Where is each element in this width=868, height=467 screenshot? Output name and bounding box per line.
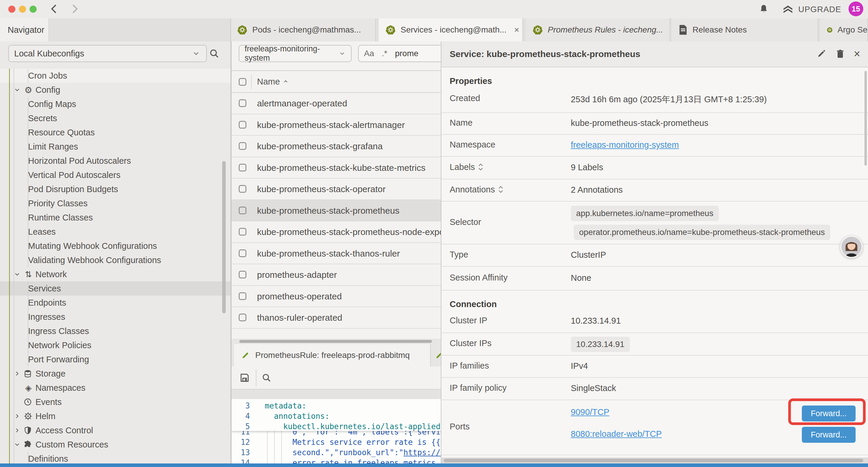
row-checkbox[interactable] xyxy=(239,121,246,128)
panel-horizontal-scrollbar[interactable] xyxy=(441,458,868,463)
sidebar-scrollbar[interactable] xyxy=(222,161,226,313)
tab-pods-icecheng-mathmas-[interactable]: Pods - icecheng@mathmas... xyxy=(230,18,376,41)
table-row[interactable]: kube-prometheus-stack-thanos-ruler xyxy=(231,243,441,265)
kubeconfig-selector[interactable]: Local Kubeconfigs xyxy=(8,45,207,62)
sidebar-item-storage[interactable]: Storage xyxy=(0,367,230,381)
sidebar-item-leases[interactable]: Leases xyxy=(0,225,230,239)
sidebar-item-namespaces[interactable]: ◈Namespaces xyxy=(0,381,230,395)
sidebar-item-access-control[interactable]: Access Control xyxy=(0,423,230,437)
sidebar-item-custom-resources[interactable]: Custom Resources xyxy=(0,437,230,451)
table-row[interactable]: kube-prometheus-stack-grafana xyxy=(231,136,441,157)
row-checkbox[interactable] xyxy=(239,292,246,300)
chevron-right-icon[interactable] xyxy=(13,413,21,420)
row-checkbox[interactable] xyxy=(239,228,246,236)
regex-toggle[interactable]: .* xyxy=(382,49,387,58)
edit-pencil-icon[interactable] xyxy=(816,49,827,59)
forward-button[interactable]: Forward... xyxy=(802,427,856,443)
table-row[interactable]: kube-prometheus-stack-alertmanager xyxy=(231,114,441,136)
back-icon[interactable] xyxy=(49,3,60,15)
table-row[interactable]: prometheus-adapter xyxy=(231,264,441,286)
sidebar-item-secrets[interactable]: Secrets xyxy=(0,111,230,125)
close-window-button[interactable] xyxy=(8,6,16,13)
sidebar-item-network[interactable]: ⇅Network xyxy=(0,267,230,282)
table-row[interactable]: kube-prometheus-stack-kube-state-metrics xyxy=(231,157,441,179)
forward-icon[interactable] xyxy=(68,3,80,15)
sidebar-item-pod-disruption-budgets[interactable]: Pod Disruption Budgets xyxy=(0,182,230,196)
sidebar-item-services[interactable]: Services xyxy=(0,282,230,296)
close-icon[interactable]: × xyxy=(854,49,860,59)
user-avatar[interactable] xyxy=(840,236,863,258)
sidebar-item-ingress-classes[interactable]: Ingress Classes xyxy=(0,324,230,338)
navigator-panel-tab[interactable]: Navigator xyxy=(0,18,49,41)
chevron-right-icon[interactable] xyxy=(13,427,21,434)
table-row[interactable]: alertmanager-operated xyxy=(231,93,441,114)
yaml-editor[interactable]: 3metadata:4 annotations:5 kubectl.kubern… xyxy=(231,399,441,467)
sidebar-item-vertical-pod-autoscalers[interactable]: Vertical Pod Autoscalers xyxy=(0,168,230,182)
port-link[interactable]: 8080:reloader-web/TCP xyxy=(571,429,662,439)
tab-release-notes[interactable]: Release Notes xyxy=(672,18,818,41)
tab-prometheus-rules-icechen[interactable]: Prometheus Rules - icecheng... xyxy=(526,18,670,41)
save-icon[interactable] xyxy=(239,372,250,383)
filter-input[interactable]: Aa .* prome xyxy=(358,45,441,62)
editor-tab-next[interactable] xyxy=(431,344,441,367)
name-column-header[interactable]: Name xyxy=(257,77,289,87)
sidebar-item-cron-jobs[interactable]: Cron Jobs xyxy=(0,68,230,83)
sidebar-item-events[interactable]: Events xyxy=(0,395,230,409)
upgrade-icon[interactable] xyxy=(782,4,794,16)
minimize-window-button[interactable] xyxy=(19,6,26,13)
table-row[interactable]: kube-prometheus-stack-operator xyxy=(231,178,441,200)
tab-close-icon[interactable]: × xyxy=(514,25,519,35)
row-checkbox[interactable] xyxy=(239,164,246,171)
tab-services-icecheng-math-[interactable]: Services - icecheng@math...× xyxy=(379,18,523,41)
sidebar-item-validating-webhook-configurations[interactable]: Validating Webhook Configurations xyxy=(0,253,230,267)
sidebar-search-icon[interactable] xyxy=(209,48,220,59)
sidebar-item-priority-classes[interactable]: Priority Classes xyxy=(0,196,230,210)
namespace-selector[interactable]: freeleaps-monitoring-system xyxy=(239,45,351,62)
chevron-down-icon[interactable] xyxy=(13,441,21,448)
select-all-checkbox[interactable] xyxy=(239,78,246,86)
table-horizontal-scrollbar[interactable] xyxy=(231,339,441,344)
table-row[interactable]: kube-prometheus-stack-prometheus xyxy=(231,200,441,222)
sidebar-item-endpoints[interactable]: Endpoints xyxy=(0,296,230,310)
delete-trash-icon[interactable] xyxy=(835,49,845,59)
panel-vertical-scrollbar[interactable] xyxy=(864,71,867,166)
sidebar-item-resource-quotas[interactable]: Resource Quotas xyxy=(0,125,230,140)
row-checkbox[interactable] xyxy=(239,99,246,107)
row-checkbox[interactable] xyxy=(239,142,246,150)
table-row[interactable]: prometheus-operated xyxy=(231,286,441,308)
notification-count-badge[interactable]: 15 xyxy=(848,1,863,16)
port-link[interactable]: 9090/TCP xyxy=(571,407,610,417)
match-case-toggle[interactable]: Aa xyxy=(364,49,374,58)
table-row[interactable]: thanos-ruler-operated xyxy=(231,307,441,329)
chevron-down-icon[interactable] xyxy=(13,271,21,278)
editor-tab-prometheusrule[interactable]: PrometheusRule: freeleaps-prod-rabbitmq xyxy=(234,344,431,367)
editor-search-icon[interactable] xyxy=(261,372,272,383)
expander-icon[interactable] xyxy=(498,185,504,194)
detail-value[interactable]: freeleaps-monitoring-system xyxy=(571,140,679,150)
sidebar-item-runtime-classes[interactable]: Runtime Classes xyxy=(0,210,230,225)
sidebar-item-config-maps[interactable]: Config Maps xyxy=(0,97,230,111)
upgrade-button[interactable]: UPGRADE xyxy=(798,5,841,14)
row-checkbox[interactable] xyxy=(239,250,246,257)
sidebar-item-limit-ranges[interactable]: Limit Ranges xyxy=(0,140,230,154)
row-checkbox[interactable] xyxy=(239,185,246,193)
expander-icon[interactable] xyxy=(478,163,484,171)
table-row[interactable]: kube-prometheus-stack-prometheus-node-ex… xyxy=(231,222,441,243)
chevron-down-icon[interactable] xyxy=(13,86,21,93)
sidebar-item-config[interactable]: ⚙Config xyxy=(0,83,230,97)
sidebar-item-ingresses[interactable]: Ingresses xyxy=(0,310,230,324)
sidebar-item-network-policies[interactable]: Network Policies xyxy=(0,338,230,352)
row-checkbox[interactable] xyxy=(239,207,246,214)
sidebar-item-helm[interactable]: Helm xyxy=(0,409,230,423)
notifications-bell-icon[interactable] xyxy=(758,4,769,15)
tab-argo-se[interactable]: Argo Se xyxy=(820,18,868,41)
line-number: 5 xyxy=(231,421,250,432)
maximize-window-button[interactable] xyxy=(30,6,37,13)
sidebar-item-port-forwarding[interactable]: Port Forwarding xyxy=(0,352,230,367)
sidebar-item-horizontal-pod-autoscalers[interactable]: Horizontal Pod Autoscalers xyxy=(0,154,230,168)
chevron-right-icon[interactable] xyxy=(13,370,21,377)
sidebar-item-mutating-webhook-configurations[interactable]: Mutating Webhook Configurations xyxy=(0,239,230,253)
row-checkbox[interactable] xyxy=(239,271,246,279)
runbook-link[interactable]: https://net xyxy=(404,448,441,457)
row-checkbox[interactable] xyxy=(239,314,246,321)
